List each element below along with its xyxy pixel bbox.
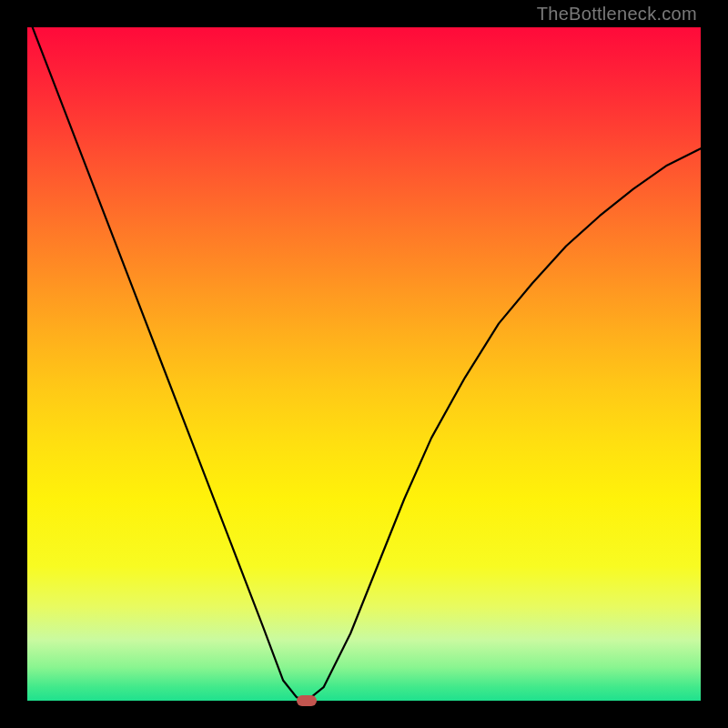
optimum-marker (297, 695, 317, 706)
curve-path (27, 27, 701, 701)
chart-frame: TheBottleneck.com (0, 0, 728, 728)
bottleneck-curve (27, 27, 701, 701)
plot-area (27, 27, 701, 701)
watermark-text: TheBottleneck.com (537, 4, 697, 25)
